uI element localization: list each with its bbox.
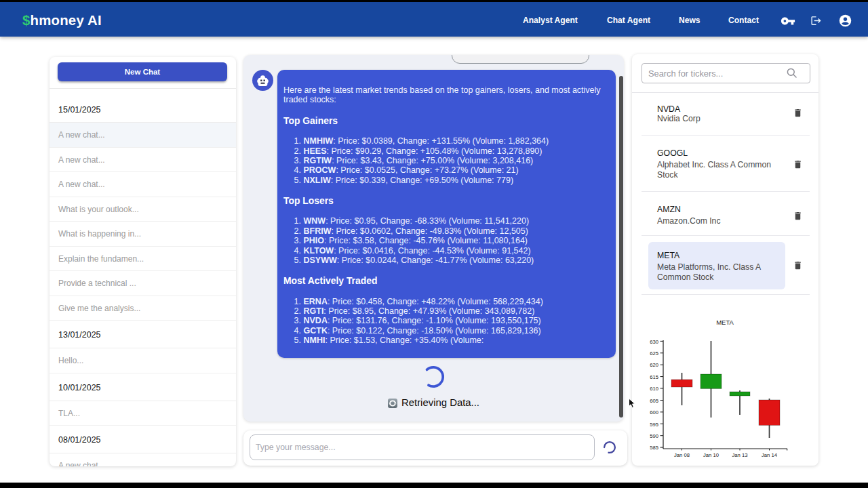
- svg-text:615: 615: [650, 374, 658, 380]
- svg-text:625: 625: [650, 350, 658, 357]
- svg-text:620: 620: [650, 362, 658, 368]
- svg-text:Jan 10: Jan 10: [703, 452, 719, 458]
- svg-text:Jan 08: Jan 08: [674, 452, 690, 458]
- svg-text:Jan 13: Jan 13: [732, 452, 747, 458]
- svg-text:610: 610: [650, 386, 658, 392]
- svg-text:Jan 14: Jan 14: [762, 452, 778, 458]
- svg-text:META: META: [716, 319, 734, 326]
- svg-text:605: 605: [650, 398, 658, 404]
- svg-text:630: 630: [650, 339, 658, 345]
- svg-text:585: 585: [650, 445, 658, 451]
- svg-text:595: 595: [650, 422, 658, 428]
- svg-text:590: 590: [650, 433, 658, 439]
- svg-text:600: 600: [650, 409, 658, 415]
